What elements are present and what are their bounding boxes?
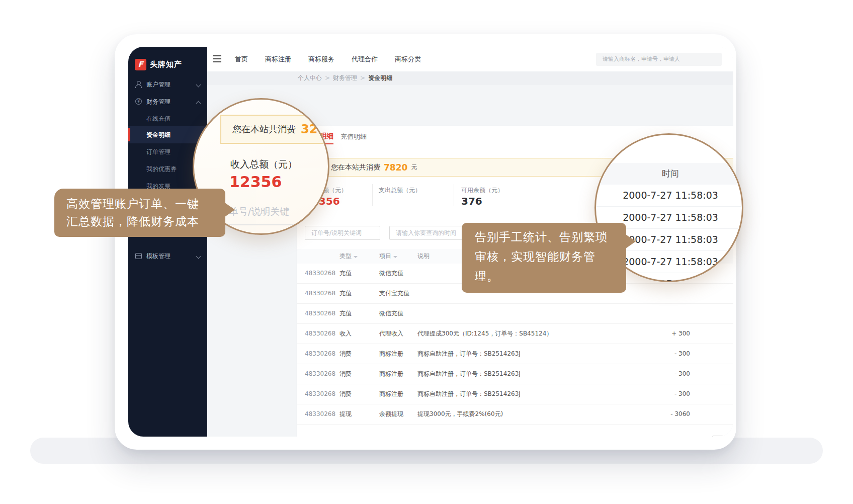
sidebar-item-account[interactable]: 账户管理 [128, 76, 207, 93]
sidebar-item-label: 模板管理 [146, 247, 170, 265]
cell-balance: ¥ 12231 [708, 364, 733, 384]
table-row[interactable]: 48330268 消费 商标注册 商标自助注册，订单号：SB2514263J -… [297, 364, 733, 384]
magnified-time-header: 时间 [596, 163, 743, 185]
breadcrumb-separator: > [325, 74, 330, 81]
cell-amount: - 300 [640, 364, 690, 384]
cell-order-no: 48330268 [305, 284, 335, 303]
magnified-time-cell: 2000-7-27 11:58:03 [596, 185, 743, 207]
cell-desc: 商标自助注册，订单号：SB2514263J [417, 344, 521, 364]
nav-tab[interactable]: 商标服务 [308, 55, 334, 64]
logo[interactable]: F 头牌知产 [135, 57, 205, 72]
cell-order-no: 48330268 [305, 384, 335, 404]
stats-divider [372, 184, 373, 206]
cell-order-no: 48330268 [305, 364, 335, 384]
table-row[interactable]: 48330268 消费 商标注册 商标自助注册，订单号：SB2514263J -… [297, 344, 733, 364]
template-icon [135, 253, 142, 259]
banner-unit: 元 [411, 163, 417, 172]
cell-type: 充值 [339, 284, 352, 303]
callout-left-line1: 高效管理账户订单、一键 [66, 195, 225, 213]
cell-amount: + 300 [640, 324, 690, 344]
cell-balance: ¥ 12231 [708, 324, 733, 344]
cell-order-no: 48330268 [305, 304, 335, 323]
cell-desc: 提现3000元，手续费2%(60元) [417, 404, 503, 424]
caret-down-icon [393, 256, 397, 258]
hamburger-menu-icon[interactable] [213, 55, 221, 62]
cell-order-no: 48330268 [305, 344, 335, 364]
breadcrumb-separator: > [360, 74, 365, 81]
balance-label: 可用余额（元） [461, 186, 503, 195]
nav-tab[interactable]: 首页 [235, 55, 248, 64]
chevron-down-icon [196, 82, 201, 88]
callout-right: 告别手工统计、告别繁琐 审核，实现智能财务管 理。 [462, 223, 626, 293]
cell-order-no: 48330268 [305, 404, 335, 424]
table-row[interactable]: 48330268 收入 代理收入 代理提成300元（ID:1245，订单号：SB… [297, 324, 733, 344]
cell-desc: 商标自助注册，订单号：SB2514263J [417, 384, 521, 404]
callout-right-line3: 理。 [475, 267, 626, 286]
col-type[interactable]: 类型 [339, 249, 358, 264]
sidebar-item-label: 订单管理 [146, 143, 170, 160]
sidebar-item-recharge[interactable]: 在线充值 [128, 110, 207, 127]
breadcrumb-bar: 个人中心>财务管理>资金明细 [207, 71, 733, 85]
active-indicator [128, 128, 130, 141]
sidebar-item-templates[interactable]: 模板管理 [128, 247, 207, 265]
cell-order-no: 48330268 [305, 264, 335, 283]
sidebar-item-funds-active[interactable]: 资金明细 [128, 126, 207, 143]
coin-icon: ¥ [135, 98, 142, 105]
callout-right-arrow [626, 234, 636, 248]
cell-item: 微信充值 [379, 304, 403, 323]
callout-left: 高效管理账户订单、一键 汇总数据，降低财务成本 [54, 189, 225, 237]
callout-right-line2: 审核，实现智能财务管 [475, 247, 626, 267]
magnified-income-value: 12356 [229, 173, 282, 191]
sidebar-item-label: 我的优惠券 [146, 160, 177, 178]
cell-amount: - 300 [640, 384, 690, 404]
cell-type: 消费 [339, 384, 352, 404]
nav-tabs: 首页商标注册商标服务代理合作商标分类 [235, 47, 421, 71]
table-row[interactable]: 48330268 消费 商标注册 商标自助注册，订单号：SB2514263J -… [297, 384, 733, 404]
cell-type: 消费 [339, 344, 352, 364]
caret-down-icon [354, 256, 358, 258]
cell-order-no: 48330268 [305, 324, 335, 344]
stats-divider [454, 184, 454, 206]
cell-item: 微信充值 [379, 264, 403, 283]
breadcrumb: 个人中心>财务管理>资金明细 [298, 71, 392, 85]
breadcrumb-level2[interactable]: 财务管理 [333, 74, 357, 81]
sidebar-item-label: 资金明细 [146, 126, 170, 143]
nav-tab[interactable]: 商标分类 [395, 55, 421, 64]
cell-type: 消费 [339, 364, 352, 384]
sidebar-item-finance[interactable]: ¥ 财务管理 [128, 93, 207, 110]
banner-amount: 7820 [384, 162, 407, 173]
cell-type: 提现 [339, 404, 352, 424]
banner-text: 您在本站共消费 [331, 163, 380, 172]
col-item[interactable]: 项目 [379, 249, 397, 264]
sidebar: F 头牌知产 账户管理 ¥ 财务管理 在线充值 资金明细 订单管理 [128, 47, 207, 437]
cell-balance: ¥ 12231 [708, 404, 733, 424]
chevron-up-icon [196, 101, 201, 106]
tab-recharge-detail[interactable]: 充值明细 [340, 132, 367, 141]
keyword-input[interactable]: 订单号/说明关键词 [305, 226, 380, 240]
callout-right-line1: 告别手工统计、告别繁琐 [475, 227, 626, 247]
cell-type: 充值 [339, 304, 352, 323]
table-row[interactable]: 48330268 提现 余额提现 提现3000元，手续费2%(60元) - 30… [297, 404, 733, 425]
table-row[interactable]: 48330268 充值 微信充值 [297, 304, 733, 324]
callout-left-arrow [225, 203, 235, 217]
col-desc: 说明 [417, 249, 430, 264]
cell-desc: 商标自助注册，订单号：SB2514263J [417, 364, 521, 384]
cell-item: 支付宝充值 [379, 284, 409, 303]
logo-icon: F [135, 59, 146, 70]
nav-tab[interactable]: 商标注册 [265, 55, 291, 64]
cell-item: 代理收入 [379, 324, 403, 344]
cell-item: 商标注册 [379, 364, 403, 384]
date-input[interactable]: 请输入你要查询的时间 [389, 226, 474, 240]
cell-item: 余额提现 [379, 404, 403, 424]
cell-amount: - 300 [640, 344, 690, 364]
page: F 头牌知产 账户管理 ¥ 财务管理 在线充值 资金明细 订单管理 [0, 0, 853, 504]
nav-tab[interactable]: 代理合作 [352, 55, 378, 64]
search-input[interactable]: 请输入商标名，申请号，申请人 [596, 53, 722, 66]
chevron-down-icon [196, 254, 201, 259]
expense-label: 支出总额（元） [379, 186, 421, 195]
pagination: < 12345 [297, 436, 733, 437]
breadcrumb-level1[interactable]: 个人中心 [298, 74, 322, 81]
callout-left-line2: 汇总数据，降低财务成本 [66, 213, 225, 230]
cell-amount: - 3060 [640, 404, 690, 424]
cell-desc: 代理提成300元（ID:1245，订单号：SB45124） [417, 324, 552, 344]
